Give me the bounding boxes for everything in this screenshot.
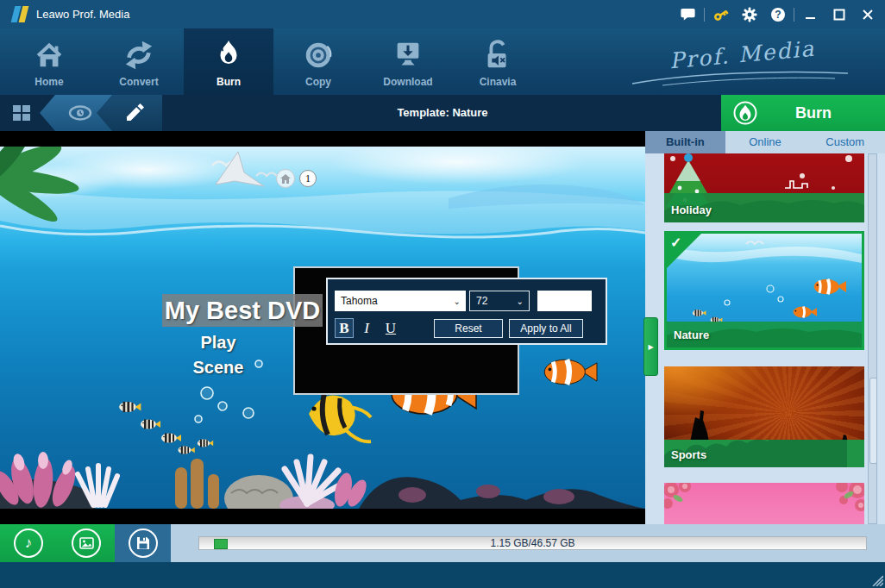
italic-button[interactable]: I xyxy=(357,318,376,338)
save-disk-icon xyxy=(136,536,150,550)
menu-home-button[interactable] xyxy=(276,169,295,188)
nav-label: Cinavia xyxy=(480,76,517,88)
titlebar: Leawo Prof. Media ? xyxy=(0,0,885,28)
nav-label: Download xyxy=(383,76,432,88)
burn-button-flame-icon xyxy=(733,101,757,125)
key-icon xyxy=(712,6,730,23)
sidebar-collapse-handle[interactable]: ▶ xyxy=(643,317,658,376)
font-color-swatch[interactable] xyxy=(537,291,592,311)
app-window: Leawo Prof. Media ? xyxy=(0,0,885,588)
titlebar-divider xyxy=(704,8,705,22)
main-area: 1 My Best DVD Play Scene Tahoma ⌄ 72 ⌄ B… xyxy=(0,131,885,524)
nav-label: Burn xyxy=(217,76,241,88)
arrow-right-icon: ▶ xyxy=(648,343,653,351)
titlebar-divider xyxy=(794,8,794,22)
font-family-select[interactable]: Tahoma ⌄ xyxy=(335,291,466,311)
nav-label: Home xyxy=(35,76,63,88)
save-group xyxy=(115,524,171,562)
font-size-value: 72 xyxy=(476,295,487,307)
maximize-icon xyxy=(833,9,845,21)
pencil-icon xyxy=(123,103,144,123)
eye-icon xyxy=(67,104,93,122)
reset-button[interactable]: Reset xyxy=(434,319,503,338)
background-music-button[interactable]: ♪ xyxy=(14,529,43,558)
bold-button[interactable]: B xyxy=(335,318,354,338)
maximize-button[interactable] xyxy=(825,0,853,28)
save-template-button[interactable] xyxy=(129,529,158,558)
font-settings-dialog: Tahoma ⌄ 72 ⌄ B I U Reset Apply to All xyxy=(326,278,607,345)
chat-bubble-icon xyxy=(681,8,696,22)
feedback-button[interactable] xyxy=(674,0,702,28)
template-name: Holiday xyxy=(671,203,712,216)
nav-item-download[interactable]: Download xyxy=(363,28,453,95)
bottom-toolbar: ♪ 1.15 GB/46.57 GB xyxy=(0,524,885,562)
disc-copy-icon xyxy=(301,39,336,72)
chapter-number-badge[interactable]: 1 xyxy=(299,170,317,187)
nav-item-cinavia[interactable]: Cinavia xyxy=(453,28,543,95)
menu-item-play[interactable]: Play xyxy=(138,333,298,353)
minimize-button[interactable] xyxy=(796,0,825,28)
svg-text:?: ? xyxy=(775,9,781,21)
close-button[interactable] xyxy=(853,0,882,28)
nav-label: Copy xyxy=(305,76,331,88)
music-note-icon: ♪ xyxy=(25,535,33,552)
template-list: Holiday xyxy=(645,153,885,524)
nav-item-convert[interactable]: Convert xyxy=(94,28,184,95)
scrollbar-thumb[interactable] xyxy=(869,378,877,464)
apply-to-all-button[interactable]: Apply to All xyxy=(509,319,583,338)
chevron-down-icon: ⌄ xyxy=(517,297,524,306)
brand-text: Prof. Media xyxy=(668,36,816,74)
disc-capacity-bar: 1.15 GB/46.57 GB xyxy=(198,536,867,550)
nav-item-home[interactable]: Home xyxy=(4,28,94,95)
download-icon xyxy=(391,39,425,72)
gear-icon xyxy=(742,7,757,22)
template-name: Sports xyxy=(671,448,706,461)
home-small-icon xyxy=(280,174,291,184)
help-button[interactable]: ? xyxy=(763,0,792,28)
font-family-value: Tahoma xyxy=(341,295,378,307)
dvd-menu-preview: 1 My Best DVD Play Scene Tahoma ⌄ 72 ⌄ B… xyxy=(0,131,645,524)
burn-flame-icon xyxy=(211,39,246,72)
status-bar xyxy=(0,562,885,588)
brand-logo: Prof. Media xyxy=(654,41,835,89)
resize-grip[interactable] xyxy=(869,572,883,586)
tab-custom[interactable]: Custom xyxy=(805,131,885,153)
burn-action-button[interactable]: Burn xyxy=(721,95,885,131)
settings-button[interactable] xyxy=(735,0,763,28)
nav-item-copy[interactable]: Copy xyxy=(273,28,363,95)
leawo-logo-icon xyxy=(11,6,30,22)
template-thumb-nature[interactable]: Nature ✓ xyxy=(664,231,864,350)
tab-built-in[interactable]: Built-in xyxy=(645,131,725,153)
background-image-button[interactable] xyxy=(72,529,101,558)
underline-button[interactable]: U xyxy=(381,318,400,338)
sidebar-scrollbar[interactable] xyxy=(868,153,877,524)
menu-item-scene[interactable]: Scene xyxy=(138,358,298,378)
template-sidebar: Built-in Online Custom xyxy=(645,131,885,524)
template-tabs: Built-in Online Custom xyxy=(645,131,885,153)
template-thumb-holiday[interactable]: Holiday xyxy=(664,153,864,222)
minimize-icon xyxy=(805,9,817,21)
nav-label: Convert xyxy=(119,76,158,88)
template-grid-button[interactable] xyxy=(9,101,35,125)
register-button[interactable] xyxy=(706,0,735,28)
brand-swoosh xyxy=(628,70,852,87)
checkmark-icon: ✓ xyxy=(670,235,681,251)
template-name: Nature xyxy=(674,328,709,341)
tab-online[interactable]: Online xyxy=(725,131,806,153)
font-size-select[interactable]: 72 ⌄ xyxy=(469,291,530,311)
convert-icon xyxy=(122,39,156,72)
template-thumb-sports[interactable]: Sports xyxy=(664,366,864,467)
burn-button-label: Burn xyxy=(757,104,869,122)
dvd-title-text[interactable]: My Best DVD xyxy=(162,294,323,327)
capacity-text: 1.15 GB/46.57 GB xyxy=(199,537,866,549)
main-nav: Home Convert Burn Copy Download Cinavia … xyxy=(0,28,885,95)
media-buttons-group: ♪ xyxy=(0,524,115,562)
home-icon xyxy=(32,39,66,72)
chevron-down-icon: ⌄ xyxy=(454,297,461,306)
grid-icon xyxy=(11,103,32,122)
template-thumb-pink[interactable] xyxy=(664,483,864,524)
window-title: Leawo Prof. Media xyxy=(36,0,129,28)
sub-toolbar: Template: Nature Burn xyxy=(0,95,885,131)
picture-icon xyxy=(79,537,94,549)
nav-item-burn[interactable]: Burn xyxy=(184,28,273,95)
